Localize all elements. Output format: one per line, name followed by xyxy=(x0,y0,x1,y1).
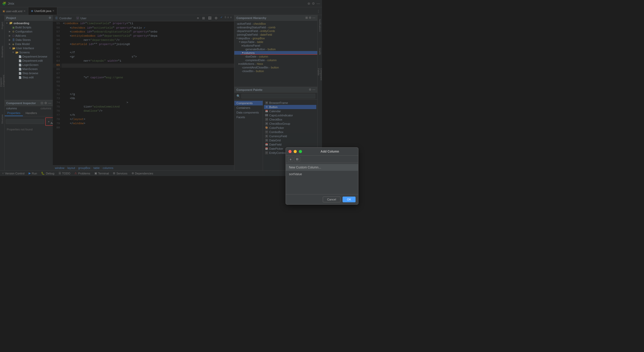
modal-new-custom-column[interactable]: New Custom Column... xyxy=(286,164,322,171)
modal-toolbar: ≡ ⊟ xyxy=(286,156,322,163)
modal-body: New Custom Column... sortValue xyxy=(286,163,322,176)
modal-title-bar: Add Column xyxy=(286,148,322,156)
modal-maximize-button[interactable] xyxy=(299,150,302,153)
modal-title: Add Column xyxy=(304,150,322,153)
add-column-modal: Add Column ≡ ⊟ New Custom Column... sort… xyxy=(286,147,322,176)
modal-minimize-button[interactable] xyxy=(294,150,297,153)
modal-sort-value[interactable]: sortValue xyxy=(286,171,322,176)
modal-overlay[interactable]: Add Column ≡ ⊟ New Custom Column... sort… xyxy=(0,0,322,176)
modal-align-right-button[interactable]: ⊟ xyxy=(294,157,300,162)
modal-close-button[interactable] xyxy=(288,150,292,153)
modal-align-left-button[interactable]: ≡ xyxy=(288,157,293,162)
